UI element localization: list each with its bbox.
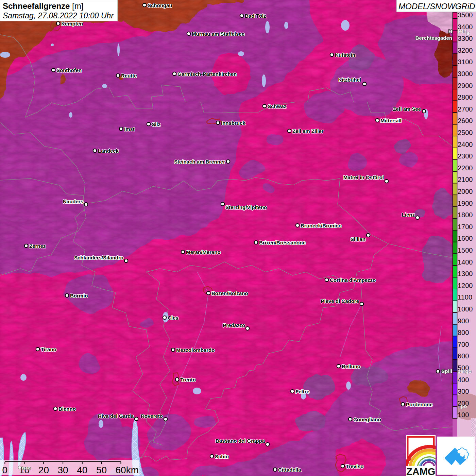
svg-text:Sillian: Sillian: [351, 236, 366, 242]
svg-text:3200: 3200: [458, 47, 473, 54]
svg-text:Murnau am Staffelsee: Murnau am Staffelsee: [192, 31, 244, 37]
svg-text:Reutte: Reutte: [121, 73, 137, 79]
svg-text:2400: 2400: [458, 141, 473, 148]
svg-text:Spili: Spili: [441, 368, 452, 374]
svg-text:Bassano del Grappa: Bassano del Grappa: [216, 438, 265, 444]
svg-text:500: 500: [458, 364, 469, 372]
svg-text:Schongau: Schongau: [148, 2, 172, 8]
svg-text:1400: 1400: [458, 258, 473, 266]
svg-text:Bad Tölz: Bad Tölz: [245, 13, 266, 19]
svg-text:400: 400: [458, 376, 469, 384]
svg-text:Imst: Imst: [124, 126, 135, 132]
svg-text:2600: 2600: [458, 117, 473, 124]
svg-text:50: 50: [96, 465, 107, 475]
svg-text:3000: 3000: [458, 70, 473, 78]
svg-text:Innsbruck: Innsbruck: [221, 120, 245, 126]
svg-text:H: H: [448, 28, 452, 34]
svg-text:100: 100: [458, 411, 469, 419]
svg-text:Conegliano: Conegliano: [353, 417, 381, 422]
svg-text:700: 700: [458, 341, 469, 348]
svg-text:Nauders: Nauders: [63, 199, 83, 204]
svg-text:Cles: Cles: [168, 315, 178, 321]
svg-text:Sterzing/Vipiteno: Sterzing/Vipiteno: [225, 204, 267, 210]
svg-text:2800: 2800: [458, 94, 473, 101]
svg-text:2500: 2500: [458, 129, 473, 136]
svg-text:1500: 1500: [458, 247, 473, 254]
svg-text:1800: 1800: [458, 211, 473, 219]
svg-text:Mezzolombardo: Mezzolombardo: [176, 347, 215, 353]
svg-text:Bienno: Bienno: [58, 406, 76, 412]
svg-text:Cortina d'Ampezzo: Cortina d'Ampezzo: [330, 277, 376, 283]
svg-text:Predazzo: Predazzo: [223, 322, 245, 328]
svg-text:Tirano: Tirano: [41, 346, 56, 352]
svg-text:Trento: Trento: [180, 377, 196, 382]
svg-text:3400: 3400: [458, 23, 473, 31]
svg-text:600: 600: [458, 352, 469, 360]
svg-text:ZAMG: ZAMG: [406, 466, 435, 476]
svg-text:Samstag, 27.08.2022 10:00 Uhr: Samstag, 27.08.2022 10:00 Uhr: [3, 11, 114, 20]
svg-text:2000: 2000: [458, 188, 473, 195]
svg-text:Landeck: Landeck: [98, 148, 119, 154]
svg-text:Berchtesgaden: Berchtesgaden: [415, 35, 452, 41]
svg-text:0: 0: [2, 465, 8, 475]
svg-text:Matrei in Osttirol: Matrei in Osttirol: [343, 174, 384, 180]
svg-text:Belluno: Belluno: [342, 363, 360, 369]
svg-text:Zernez: Zernez: [29, 243, 46, 249]
svg-text:Riva del Garda: Riva del Garda: [98, 413, 134, 419]
svg-text:Steinach am Brenner: Steinach am Brenner: [174, 159, 225, 165]
svg-text:3100: 3100: [458, 58, 473, 66]
svg-text:1000: 1000: [458, 305, 473, 313]
svg-text:40: 40: [77, 465, 87, 475]
svg-text:Zell am See: Zell am See: [393, 106, 421, 112]
svg-text:Bormio: Bormio: [70, 293, 88, 299]
svg-text:Cittadella: Cittadella: [278, 467, 301, 473]
svg-text:Pieve di Cadore: Pieve di Cadore: [321, 298, 359, 304]
svg-text:300: 300: [458, 388, 469, 395]
svg-text:900: 900: [458, 317, 469, 325]
svg-text:Pordenone: Pordenone: [406, 402, 432, 407]
svg-text:Schio: Schio: [215, 454, 229, 459]
svg-text:Rovereto: Rovereto: [141, 413, 163, 419]
svg-text:Kitzbühel: Kitzbühel: [338, 77, 361, 83]
svg-text:1700: 1700: [458, 223, 473, 231]
svg-text:Silz: Silz: [152, 121, 160, 127]
svg-text:Treviso: Treviso: [346, 463, 364, 469]
svg-text:Kempten: Kempten: [61, 21, 83, 27]
svg-text:1200: 1200: [458, 282, 473, 289]
svg-text:MODEL/SNOWGRiD: MODEL/SNOWGRiD: [398, 2, 475, 11]
svg-text:2700: 2700: [458, 105, 473, 113]
svg-text:Zell am Ziller: Zell am Ziller: [292, 128, 324, 134]
svg-text:1100: 1100: [458, 293, 472, 301]
svg-text:30: 30: [58, 465, 68, 475]
svg-text:Feltre: Feltre: [295, 389, 309, 394]
svg-text:Schlanders/Silandro: Schlanders/Silandro: [74, 255, 123, 260]
svg-text:Schneefallgrenze [m]: Schneefallgrenze [m]: [3, 1, 83, 11]
svg-text:Sonthofen: Sonthofen: [56, 67, 82, 73]
svg-text:Bozen/Bolzano: Bozen/Bolzano: [211, 290, 248, 296]
svg-text:Bruneck/Brunico: Bruneck/Brunico: [301, 223, 342, 228]
svg-text:Lienz: Lienz: [402, 212, 415, 218]
svg-text:2100: 2100: [458, 176, 473, 183]
svg-text:20: 20: [38, 465, 49, 475]
svg-text:2200: 2200: [458, 164, 473, 172]
svg-text:800: 800: [458, 329, 469, 336]
svg-text:Brixen/Bressanone: Brixen/Bressanone: [259, 240, 306, 245]
svg-text:Kufstein: Kufstein: [335, 52, 355, 58]
svg-text:3500: 3500: [458, 11, 473, 19]
svg-text:1900: 1900: [458, 200, 473, 207]
svg-text:60km: 60km: [116, 465, 139, 475]
svg-text:3300: 3300: [458, 35, 473, 42]
svg-text:Meran/Merano: Meran/Merano: [186, 249, 221, 255]
svg-text:200: 200: [458, 400, 469, 407]
svg-text:1600: 1600: [458, 235, 473, 242]
svg-text:Mittersill: Mittersill: [380, 118, 402, 123]
svg-text:Schwaz: Schwaz: [268, 103, 286, 109]
svg-text:Iseo: Iseo: [22, 465, 31, 471]
svg-text:Garmisch-Partenkirchen: Garmisch-Partenkirchen: [177, 71, 237, 77]
svg-text:1300: 1300: [458, 270, 473, 277]
svg-text:2900: 2900: [458, 82, 473, 89]
svg-text:2300: 2300: [458, 152, 473, 160]
